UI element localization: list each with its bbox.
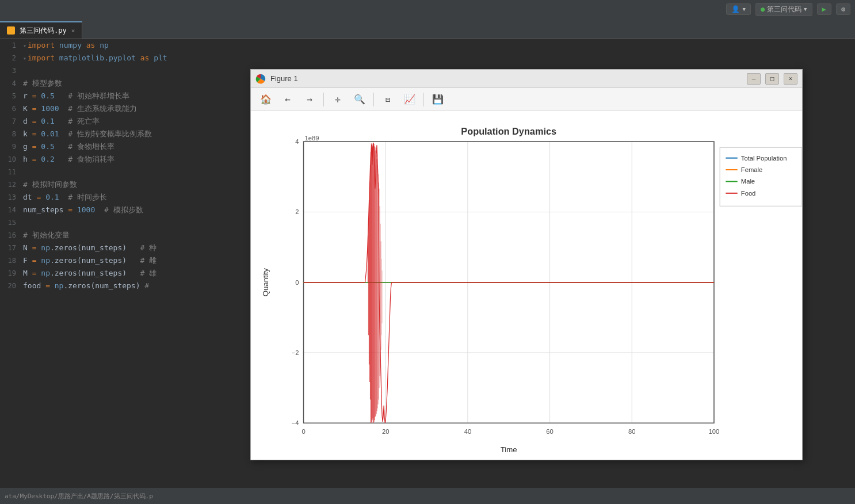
line-13: 13 dt = 0.1 # 时间步长: [0, 191, 265, 204]
figure-window: Figure 1 — □ × 🏠 ← → ✛ 🔍 ⊟ 📈 💾 Populatio…: [250, 69, 803, 460]
line-code: ▾import matplotlib.pyplot as plt: [23, 52, 167, 65]
line-12: 12 # 模拟时间参数: [0, 178, 265, 191]
line-18: 18 F = np.zeros(num_steps) # 雌: [0, 254, 265, 267]
x-tick-label: 100: [709, 428, 720, 435]
line-2: 2 ▾import matplotlib.pyplot as plt: [0, 52, 265, 64]
line-number: 3: [0, 64, 23, 77]
line-number: 16: [0, 229, 23, 242]
back-button[interactable]: ←: [277, 91, 298, 108]
line-number: 1: [0, 39, 23, 52]
line-15: 15: [0, 216, 265, 229]
line-6: 6 K = 1000 # 生态系统承载能力: [0, 102, 265, 115]
line-code: K = 1000 # 生态系统承载能力: [23, 102, 137, 115]
line-code: h = 0.2 # 食物消耗率: [23, 153, 114, 166]
legend-food-label: Food: [741, 190, 756, 197]
y-tick-label: −2: [292, 349, 299, 356]
tab-filename: 第三问代码.py: [20, 26, 67, 36]
line-number: 4: [0, 77, 23, 90]
line-4: 4 # 模型参数: [0, 77, 265, 90]
line-10: 10 h = 0.2 # 食物消耗率: [0, 153, 265, 166]
chart-title: Population Dynamics: [461, 126, 556, 136]
tabbar: 第三问代码.py ×: [0, 18, 855, 39]
line-14: 14 num_steps = 1000 # 模拟步数: [0, 204, 265, 216]
legend-female-label: Female: [741, 166, 762, 173]
tab-close-button[interactable]: ×: [71, 27, 75, 35]
tab-main-file[interactable]: 第三问代码.py ×: [0, 21, 82, 39]
line-code: num_steps = 1000 # 模拟步数: [23, 204, 143, 216]
line-code: M = np.zeros(num_steps) # 雄: [23, 267, 157, 280]
line-code: F = np.zeros(num_steps) # 雌: [23, 254, 157, 267]
line-code: r = 0.5 # 初始种群增长率: [23, 90, 129, 102]
forward-button[interactable]: →: [299, 91, 320, 108]
project-selector[interactable]: ● 第三问代码 ▼: [755, 3, 812, 16]
figure-toolbar: 🏠 ← → ✛ 🔍 ⊟ 📈 💾: [251, 88, 802, 111]
line-number: 7: [0, 115, 23, 128]
line-code: # 初始化变量: [23, 229, 70, 242]
line-3: 3: [0, 64, 265, 77]
user-button[interactable]: 👤 ▼: [726, 3, 750, 15]
line-16: 16 # 初始化变量: [0, 229, 265, 242]
line-number: 8: [0, 128, 23, 140]
project-icon: ●: [761, 5, 765, 13]
line-code: d = 0.1 # 死亡率: [23, 115, 100, 128]
legend-male-label: Male: [741, 178, 755, 185]
y-tick-label: 4: [295, 138, 299, 145]
line-number: 12: [0, 178, 23, 191]
x-tick-label: 80: [628, 428, 635, 435]
line-number: 19: [0, 267, 23, 280]
run-button[interactable]: ▶: [817, 3, 831, 15]
line-number: 18: [0, 254, 23, 267]
user-dropdown-icon: ▼: [742, 6, 745, 12]
line-number: 2: [0, 52, 23, 64]
code-editor: 1 ▾import numpy as np 2 ▾import matplotl…: [0, 39, 265, 488]
line-code: g = 0.5 # 食物增长率: [23, 140, 114, 153]
line-code: # 模型参数: [23, 77, 62, 90]
file-icon: [7, 26, 15, 35]
line-code: ▾import numpy as np: [23, 39, 109, 52]
line-code: k = 0.01 # 性别转变概率比例系数: [23, 128, 152, 140]
statusbar: ata/MyDesktop/思路产出/A题思路/第三问代码.p: [0, 488, 855, 504]
save-button[interactable]: 💾: [428, 91, 448, 108]
line-7: 7 d = 0.1 # 死亡率: [0, 115, 265, 128]
line-1: 1 ▾import numpy as np: [0, 39, 265, 52]
minimize-button[interactable]: —: [747, 73, 761, 85]
line-number: 5: [0, 90, 23, 102]
x-tick-label: 40: [464, 428, 471, 435]
toolbar-separator-3: [423, 93, 424, 106]
project-dropdown-icon: ▼: [804, 6, 807, 12]
figure-title: Figure 1: [270, 74, 742, 83]
line-number: 14: [0, 204, 23, 216]
line-number: 10: [0, 153, 23, 166]
more-icon: ⚙: [841, 5, 845, 13]
zoom-button[interactable]: 🔍: [349, 91, 370, 108]
home-button[interactable]: 🏠: [255, 91, 276, 108]
line-5: 5 r = 0.5 # 初始种群增长率: [0, 90, 265, 102]
status-path: ata/MyDesktop/思路产出/A题思路/第三问代码.p: [5, 492, 153, 501]
pan-button[interactable]: ✛: [327, 91, 348, 108]
line-number: 11: [0, 166, 23, 178]
legend-total-pop-label: Total Population: [741, 155, 787, 162]
x-axis-label: Time: [501, 445, 517, 454]
line-11: 11: [0, 166, 265, 178]
close-button[interactable]: ×: [784, 73, 797, 85]
maximize-button[interactable]: □: [765, 73, 779, 85]
configure-button[interactable]: ⊟: [377, 91, 398, 108]
line-code: # 模拟时间参数: [23, 178, 77, 191]
y-tick-label: −4: [292, 419, 299, 426]
line-20: 20 food = np.zeros(num_steps) #: [0, 280, 265, 292]
toolbar-separator-1: [323, 93, 324, 106]
x-tick-label: 0: [301, 428, 305, 435]
figure-canvas: Population Dynamics 1e89 −4 −: [251, 111, 802, 460]
x-tick-label: 60: [546, 428, 553, 435]
user-icon: 👤: [731, 5, 740, 13]
more-button[interactable]: ⚙: [836, 3, 850, 15]
run-icon: ▶: [822, 5, 826, 13]
figure-titlebar: Figure 1 — □ ×: [251, 70, 802, 88]
y-tick-label: 0: [295, 279, 299, 286]
line-number: 9: [0, 140, 23, 153]
line-number: 13: [0, 191, 23, 204]
line-number: 6: [0, 102, 23, 115]
lines-button[interactable]: 📈: [399, 91, 420, 108]
y-axis-label: Quantity: [261, 268, 270, 297]
topbar: 👤 ▼ ● 第三问代码 ▼ ▶ ⚙: [0, 0, 855, 18]
